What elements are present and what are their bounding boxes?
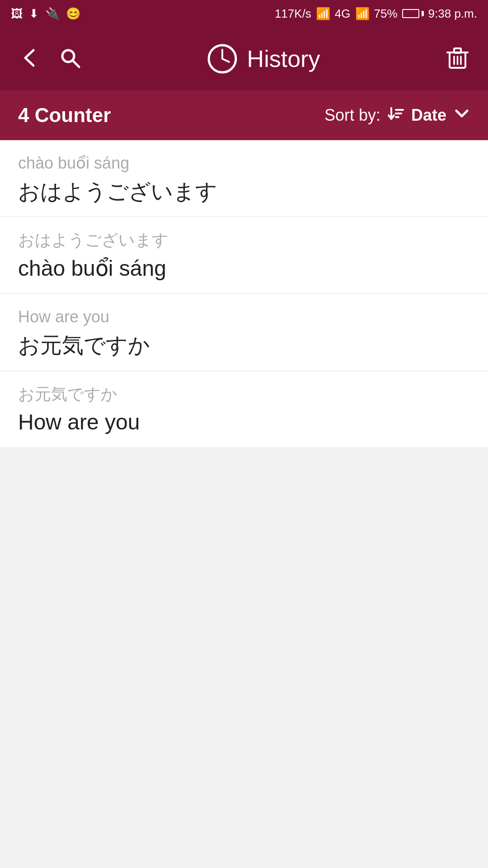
history-source-3: お元気ですか — [18, 384, 470, 405]
history-source-1: おはようございます — [18, 230, 470, 251]
history-item-2[interactable]: How are youお元気ですか — [0, 294, 488, 371]
counter-label: 4 Counter — [18, 104, 111, 127]
app-bar-center: History — [81, 43, 445, 75]
clock-time: 9:38 p.m. — [428, 7, 477, 21]
svg-rect-7 — [454, 48, 461, 53]
network-type: 4G — [335, 7, 351, 21]
sort-value: Date — [411, 106, 446, 125]
history-translation-3: How are you — [18, 408, 470, 436]
history-translation-0: おはようございます — [18, 178, 470, 206]
status-bar: 🖼 ⬇ 🔌 😊 117K/s 📶 4G 📶 75% 9:38 p.m. — [0, 0, 488, 27]
sort-direction-icon — [388, 105, 404, 126]
back-button[interactable] — [18, 47, 41, 71]
status-bar-right: 117K/s 📶 4G 📶 75% 9:38 p.m. — [275, 7, 477, 21]
app-bar: History — [0, 27, 488, 90]
battery-icon — [402, 9, 424, 18]
signal-icon: 📶 — [355, 7, 370, 21]
counter-bar: 4 Counter Sort by: Date — [0, 90, 488, 140]
app-bar-title: History — [247, 45, 320, 72]
smiley-icon: 😊 — [66, 7, 80, 21]
image-icon: 🖼 — [11, 7, 23, 21]
search-button[interactable] — [59, 47, 81, 71]
wifi-icon: 📶 — [316, 7, 330, 21]
history-source-2: How are you — [18, 307, 470, 328]
svg-line-4 — [222, 59, 229, 62]
history-translation-2: お元気ですか — [18, 331, 470, 359]
history-item-3[interactable]: お元気ですかHow are you — [0, 371, 488, 448]
svg-line-1 — [73, 61, 79, 67]
dropdown-arrow-icon — [454, 105, 470, 126]
usb-icon: 🔌 — [45, 7, 60, 21]
battery-percent: 75% — [374, 7, 398, 21]
trash-button[interactable] — [445, 46, 470, 72]
sort-by-label: Sort by: — [324, 106, 380, 125]
sort-section[interactable]: Sort by: Date — [324, 105, 470, 126]
clock-icon — [206, 43, 238, 75]
history-source-0: chào buổi sáng — [18, 153, 470, 174]
status-bar-left: 🖼 ⬇ 🔌 😊 — [11, 7, 80, 21]
network-speed: 117K/s — [275, 7, 311, 21]
history-list: chào buổi sángおはようございますおはようございますchào buổ… — [0, 140, 488, 448]
app-bar-left — [18, 47, 81, 71]
history-item-0[interactable]: chào buổi sángおはようございます — [0, 140, 488, 217]
download-icon: ⬇ — [29, 7, 39, 21]
history-item-1[interactable]: おはようございますchào buổi sáng — [0, 217, 488, 294]
history-translation-1: chào buổi sáng — [18, 255, 470, 283]
